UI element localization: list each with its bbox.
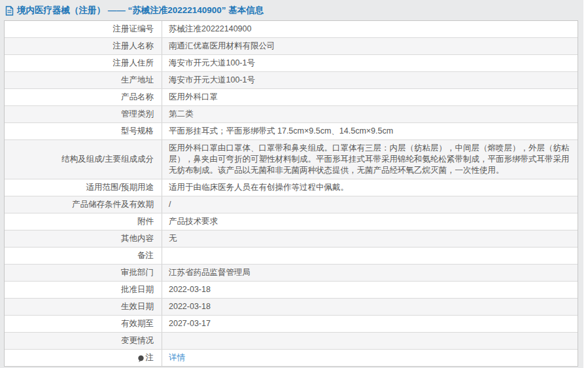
field-label: 批准日期 [5, 282, 162, 298]
field-label: 审批部门 [5, 265, 162, 281]
table-row-effective-date: 生效日期 2022-03-18 [5, 299, 578, 316]
details-link[interactable]: 详情 [169, 352, 185, 363]
table-row-approval-department: 审批部门 江苏省药品监督管理局 [5, 265, 578, 282]
field-label: 注册证编号 [5, 21, 162, 37]
table-row-approval-date: 批准日期 2022-03-18 [5, 282, 578, 299]
field-label: 注册人住所 [5, 55, 162, 71]
field-value: 苏械注准20222140900 [162, 21, 578, 37]
field-value: 海安市开元大道100-1号 [162, 72, 578, 88]
field-value: 2022-03-18 [162, 282, 578, 298]
table-row-storage-validity: 产品储存条件及有效期 / [5, 196, 578, 213]
table-row-product-name: 产品名称 医用外科口罩 [5, 89, 578, 106]
page-title: 境内医疗器械（注册） —— “苏械注准20222140900” 基本信息 [17, 5, 264, 16]
field-label: 型号规格 [5, 123, 162, 139]
registration-info-table: 注册证编号 苏械注准20222140900 注册人名称 南通汇优嘉医用材料有限公… [4, 20, 578, 367]
field-value: 无 [162, 230, 578, 247]
field-label: 结构及组成/主要组成成分 [5, 140, 162, 179]
field-value [162, 333, 578, 349]
page-header: 境内医疗器械（注册） —— “苏械注准20222140900” 基本信息 [0, 0, 588, 20]
note-balloon-icon [137, 355, 145, 363]
field-label: 注册人名称 [5, 38, 162, 54]
field-value-text: 医用外科口罩由口罩体、口罩带和鼻夹组成。口罩体有三层：内层（纺粘层），中间层（熔… [169, 143, 571, 176]
field-label-text: 注 [146, 352, 154, 363]
table-row-production-address: 生产地址 海安市开元大道100-1号 [5, 72, 578, 89]
field-label: 产品储存条件及有效期 [5, 196, 162, 213]
field-value: 2027-03-17 [162, 316, 578, 332]
field-value: 医用外科口罩 [162, 89, 578, 105]
table-row-expiry-date: 有效期至 2027-03-17 [5, 316, 578, 333]
field-value: 产品技术要求 [162, 213, 578, 230]
field-value: 医用外科口罩由口罩体、口罩带和鼻夹组成。口罩体有三层：内层（纺粘层），中间层（熔… [162, 140, 578, 179]
field-label: 生效日期 [5, 299, 162, 315]
table-row-reg-number: 注册证编号 苏械注准20222140900 [5, 21, 578, 38]
field-label: 备注 [5, 248, 162, 264]
field-label: 适用范围/预期用途 [5, 179, 162, 196]
field-value: 海安市开元大道100-1号 [162, 55, 578, 71]
field-label: 注 [5, 350, 162, 366]
table-row-registrant-name: 注册人名称 南通汇优嘉医用材料有限公司 [5, 38, 578, 55]
field-label: 其他内容 [5, 230, 162, 247]
document-icon [5, 6, 14, 16]
field-value: 2022-03-18 [162, 299, 578, 315]
field-value: 江苏省药品监督管理局 [162, 265, 578, 281]
field-label: 有效期至 [5, 316, 162, 332]
field-label: 变更情况 [5, 333, 162, 349]
table-row-other-content: 其他内容 无 [5, 230, 578, 248]
field-value: 第二类 [162, 106, 578, 122]
field-label: 附件 [5, 213, 162, 230]
field-value: 平面形挂耳式；平面形绑带式 17.5cm×9.5cm、14.5cm×9.5cm [162, 123, 578, 139]
table-row-structure-composition: 结构及组成/主要组成成分 医用外科口罩由口罩体、口罩带和鼻夹组成。口罩体有三层：… [5, 140, 578, 179]
table-row-model-spec: 型号规格 平面形挂耳式；平面形绑带式 17.5cm×9.5cm、14.5cm×9… [5, 123, 578, 140]
field-label: 产品名称 [5, 89, 162, 105]
table-row-remarks: 备注 [5, 248, 578, 265]
table-row-management-class: 管理类别 第二类 [5, 106, 578, 123]
field-label: 管理类别 [5, 106, 162, 122]
table-row-registrant-address: 注册人住所 海安市开元大道100-1号 [5, 55, 578, 72]
field-label: 生产地址 [5, 72, 162, 88]
page-right-gutter [583, 0, 588, 368]
field-value: 详情 [162, 350, 578, 366]
table-row-note: 注 详情 [5, 350, 578, 366]
field-value: / [162, 196, 578, 213]
field-value [162, 248, 578, 264]
table-row-attachment: 附件 产品技术要求 [5, 213, 578, 230]
field-value: 南通汇优嘉医用材料有限公司 [162, 38, 578, 54]
table-row-intended-use: 适用范围/预期用途 适用于由临床医务人员在有创操作等过程中佩戴。 [5, 179, 578, 196]
table-row-change-status: 变更情况 [5, 333, 578, 350]
field-value: 适用于由临床医务人员在有创操作等过程中佩戴。 [162, 179, 578, 196]
